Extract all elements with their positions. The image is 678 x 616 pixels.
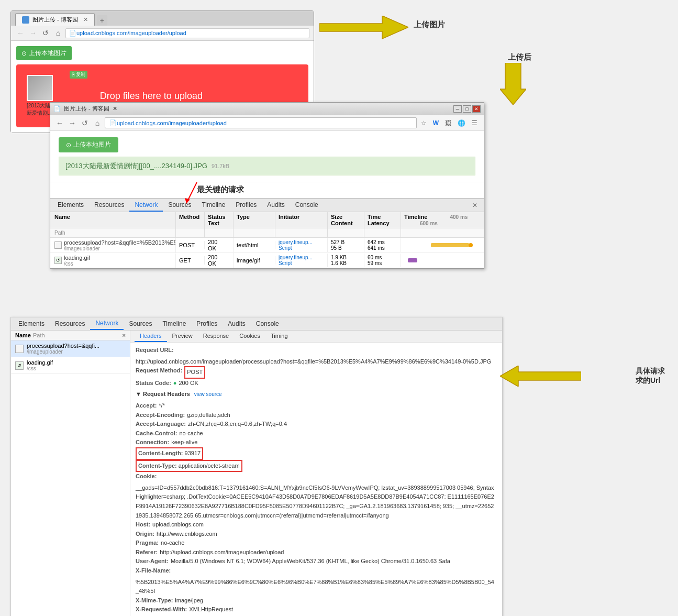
menu-profiles[interactable]: Profiles — [230, 199, 262, 212]
header-accept: Accept: */* — [136, 401, 497, 411]
sidebar-gif-path: /css — [27, 366, 53, 371]
copy-icon: ⎘ — [72, 72, 76, 77]
mid-forward-icon[interactable]: → — [67, 118, 77, 128]
gif-timeline — [401, 257, 484, 264]
sidebar-name-gif: loading.gif /css — [27, 359, 53, 371]
tab-headers[interactable]: Headers — [135, 331, 167, 342]
devtools-close-icon[interactable]: ✕ — [468, 200, 482, 211]
bottom-menu-resources[interactable]: Resources — [50, 318, 90, 329]
content-type-label: Content-Type: — [138, 463, 177, 469]
net-row-processupload[interactable]: processupload?host=&qqfile=%5B2013%E5...… — [50, 238, 484, 253]
tab-cookies[interactable]: Cookies — [234, 331, 265, 342]
star-icon[interactable]: ☆ — [419, 119, 429, 127]
tab-favicon — [22, 16, 29, 24]
mid-back-icon[interactable]: ← — [54, 118, 65, 128]
header-user-agent: User-Agent: Mozilla/5.0 (Windows NT 6.1;… — [136, 557, 497, 566]
sidebar-icon-processupload — [15, 345, 24, 353]
close-btn[interactable]: ✕ — [472, 105, 481, 113]
menu-audits[interactable]: Audits — [262, 199, 290, 212]
menu-resources[interactable]: Resources — [89, 199, 129, 212]
tab-timing[interactable]: Timing — [265, 331, 293, 342]
req-method-post: POST — [176, 241, 205, 249]
upload-icon: ⊙ — [21, 50, 27, 57]
headers-list: Accept: */* Accept-Encoding: gzip,deflat… — [136, 401, 497, 614]
maximize-btn[interactable]: □ — [463, 105, 471, 113]
home-icon[interactable]: ⌂ — [53, 28, 63, 38]
bottom-menu-elements[interactable]: Elements — [13, 318, 50, 329]
tab-response[interactable]: Response — [198, 331, 235, 342]
screenshot-icon[interactable]: 🖼 — [443, 119, 453, 127]
new-tab-icon[interactable]: + — [97, 15, 107, 26]
mid-address-bar[interactable]: 📄 upload.cnblogs.com/imageuploader/uploa… — [105, 117, 417, 128]
pragma-label: Pragma: — [136, 538, 159, 548]
cache-ctrl-value: no-cache — [179, 429, 203, 438]
header-cookie: Cookie: __gads=ID=d557ddb2c0bdb816:T=137… — [136, 472, 497, 520]
bottom-menu-sources[interactable]: Sources — [124, 318, 157, 329]
sidebar-row-processupload[interactable]: processupload?host=&qqfi... /imageupload… — [11, 340, 130, 357]
annotation-upload: 上传图片 — [414, 20, 445, 30]
url-text: upload.cnblogs.com/imageuploader/upload — [76, 30, 186, 36]
accept-label: Accept: — [136, 401, 157, 411]
accept-lang-value: zh-CN,zh;q=0.8,en;q=0.6,zh-TW;q=0.4 — [188, 420, 287, 429]
settings-icon[interactable]: ☰ — [470, 119, 480, 127]
xrw-label: X-Requested-With: — [136, 605, 187, 614]
address-bar[interactable]: 📄 upload.cnblogs.com/imageuploader/uploa… — [65, 28, 309, 38]
sidebar-close-icon[interactable]: × — [123, 332, 126, 338]
xmt-label: X-Mime-Type: — [136, 596, 173, 606]
request-method-row: Request Method: POST — [136, 366, 497, 379]
reload-icon[interactable]: ↺ — [40, 28, 51, 38]
col-time: TimeLatency — [364, 212, 401, 228]
col-type: Type — [234, 212, 275, 228]
tab-close-icon[interactable]: ✕ — [83, 16, 88, 23]
svg-marker-5 — [500, 366, 581, 387]
thumbnail-image — [28, 76, 52, 100]
col-method: Method — [176, 212, 205, 228]
request-method-value: POST — [184, 366, 205, 379]
copy-badge: ⎘ 复制 — [70, 71, 87, 79]
upload-button-top[interactable]: ⊙ 上传本地图片 — [16, 46, 72, 60]
request-method-label: Request Method: — [136, 366, 182, 379]
menu-elements[interactable]: Elements — [52, 199, 89, 212]
minimize-btn[interactable]: ─ — [453, 105, 462, 113]
header-host: Host: upload.cnblogs.com — [136, 520, 497, 530]
bottom-menu-console[interactable]: Console — [251, 318, 284, 329]
gif-size: 1.9 KB1.6 KB — [328, 254, 364, 267]
upload-thumbnail — [27, 75, 53, 101]
connection-label: Connection: — [136, 438, 169, 447]
header-content-length: Content-Length: 93917 — [136, 447, 497, 460]
status-code-value: 200 OK — [179, 379, 198, 388]
net-row-loading-gif[interactable]: ↺ loading.gif /css GET 200OK image/gif j… — [50, 253, 484, 268]
devtools-menu-mid: Elements Resources Network Sources Timel… — [50, 199, 484, 212]
tab-preview[interactable]: Preview — [167, 331, 198, 342]
req-icon-gif: ↺ — [54, 257, 62, 264]
bottom-menu-profiles[interactable]: Profiles — [191, 318, 223, 329]
cache-ctrl-label: Cache-Control: — [136, 429, 177, 438]
forward-icon[interactable]: → — [28, 28, 38, 38]
bottom-menu-network[interactable]: Network — [90, 317, 124, 330]
page-icon: 📄 — [53, 105, 61, 112]
back-icon[interactable]: ← — [15, 28, 26, 38]
sidebar-row-gif[interactable]: ↺ loading.gif /css — [11, 357, 130, 374]
browser-tab[interactable]: 图片上传 - 博客园 ✕ — [15, 13, 95, 26]
col-status: StatusText — [205, 212, 234, 228]
gif-status: 200OK — [205, 253, 234, 268]
bookmark-icon[interactable]: W — [431, 119, 441, 127]
mid-reload-icon[interactable]: ↺ — [80, 118, 90, 128]
refresh-icon2[interactable]: 🌐 — [455, 119, 468, 127]
status-indicator: ● — [173, 379, 177, 388]
pragma-value: no-cache — [161, 538, 184, 548]
view-source-link[interactable]: view source — [194, 390, 222, 399]
mid-titlebar: 📄 图片上传 - 博客园 ✕ ─ □ ✕ — [50, 103, 484, 115]
mid-tab-close[interactable]: ✕ — [113, 105, 117, 112]
menu-timeline[interactable]: Timeline — [196, 199, 230, 212]
upload-btn-mid[interactable]: ⊙ 上传本地图片 — [59, 137, 118, 152]
req-icon-processupload — [54, 241, 62, 249]
menu-console[interactable]: Console — [290, 199, 324, 212]
col-timeline: Timeline 400 ms 600 ms — [401, 212, 484, 228]
referer-value: http://upload.cnblogs.com/imageuploader/… — [160, 548, 284, 557]
bottom-menu-timeline[interactable]: Timeline — [157, 318, 191, 329]
mid-home-icon[interactable]: ⌂ — [92, 118, 103, 128]
bottom-menu-audits[interactable]: Audits — [223, 318, 250, 329]
timeline-bar-yellow — [431, 243, 469, 247]
menu-network[interactable]: Network — [129, 199, 163, 212]
